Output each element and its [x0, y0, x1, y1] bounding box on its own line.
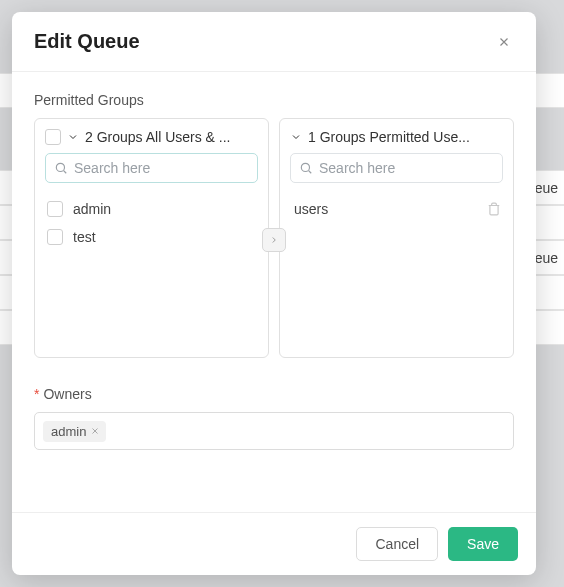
- svg-point-1: [301, 163, 309, 171]
- search-icon: [54, 161, 68, 175]
- permitted-groups-header[interactable]: 1 Groups Permitted Use...: [290, 129, 503, 145]
- item-label: users: [294, 201, 328, 217]
- move-right-button[interactable]: [262, 228, 286, 252]
- permitted-groups-title: 1 Groups Permitted Use...: [308, 129, 470, 145]
- permitted-search-input[interactable]: [319, 160, 494, 176]
- item-label: test: [73, 229, 96, 245]
- edit-queue-modal: Edit Queue Permitted Groups 2 Groups All…: [12, 12, 536, 575]
- list-item[interactable]: admin: [45, 195, 258, 223]
- remove-tag-icon[interactable]: [90, 426, 100, 436]
- owner-tag[interactable]: admin: [43, 421, 106, 442]
- list-item[interactable]: users: [290, 195, 503, 223]
- owners-label: *Owners: [34, 386, 514, 402]
- item-checkbox[interactable]: [47, 201, 63, 217]
- close-icon: [497, 35, 511, 49]
- trash-icon[interactable]: [487, 202, 501, 216]
- close-button[interactable]: [494, 32, 514, 52]
- available-groups-header[interactable]: 2 Groups All Users & ...: [45, 129, 258, 145]
- item-label: admin: [73, 201, 111, 217]
- item-checkbox[interactable]: [47, 229, 63, 245]
- chevron-down-icon: [67, 131, 79, 143]
- available-items: admin test: [45, 195, 258, 251]
- svg-point-0: [56, 163, 64, 171]
- permitted-search[interactable]: [290, 153, 503, 183]
- available-search[interactable]: [45, 153, 258, 183]
- save-button[interactable]: Save: [448, 527, 518, 561]
- available-groups-list: 2 Groups All Users & ... admin test: [34, 118, 269, 358]
- search-icon: [299, 161, 313, 175]
- available-search-input[interactable]: [74, 160, 249, 176]
- transfer-controls: [262, 228, 286, 252]
- dual-listbox: 2 Groups All Users & ... admin test: [34, 118, 514, 358]
- owners-label-text: Owners: [43, 386, 91, 402]
- chevron-down-icon: [290, 131, 302, 143]
- permitted-groups-label: Permitted Groups: [34, 92, 514, 108]
- owners-field: *Owners admin: [34, 386, 514, 450]
- permitted-items: users: [290, 195, 503, 223]
- owners-input[interactable]: admin: [34, 412, 514, 450]
- required-indicator: *: [34, 386, 39, 402]
- available-groups-title: 2 Groups All Users & ...: [85, 129, 231, 145]
- list-item[interactable]: test: [45, 223, 258, 251]
- chevron-right-icon: [269, 235, 279, 245]
- modal-title: Edit Queue: [34, 30, 140, 53]
- modal-body: Permitted Groups 2 Groups All Users & ..…: [12, 72, 536, 512]
- owner-tag-label: admin: [51, 424, 86, 439]
- select-all-checkbox[interactable]: [45, 129, 61, 145]
- cancel-button[interactable]: Cancel: [356, 527, 438, 561]
- permitted-groups-list: 1 Groups Permitted Use... users: [279, 118, 514, 358]
- modal-footer: Cancel Save: [12, 512, 536, 575]
- modal-header: Edit Queue: [12, 12, 536, 72]
